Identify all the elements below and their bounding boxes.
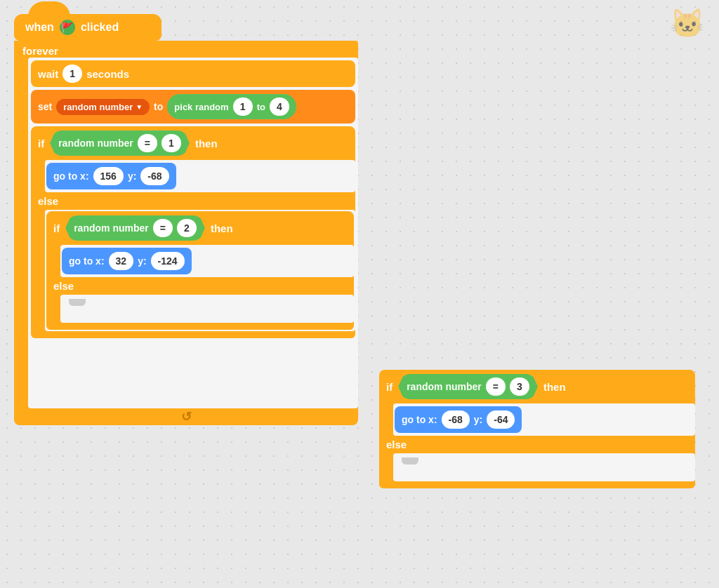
pick-random-label: pick random xyxy=(174,102,228,112)
wait-label: wait xyxy=(38,68,58,80)
if1-block: if random number = 1 then go to x: 156 y… xyxy=(31,126,355,338)
main-block-stack: when 🚩 clicked forever wait 1 seconds se… xyxy=(14,14,358,425)
if2-if-label: if xyxy=(53,222,60,234)
if2-else-body xyxy=(60,295,354,323)
if1-condition[interactable]: random number = 1 xyxy=(50,131,190,156)
if3-block: if random number = 3 then go to x: -68 y… xyxy=(379,370,695,488)
goto3-label: go to x: xyxy=(402,414,437,425)
if1-if-label: if xyxy=(38,138,44,149)
forever-label: forever xyxy=(22,45,58,57)
if3-if-label: if xyxy=(386,381,393,393)
if3-condition-var: random number xyxy=(407,381,482,392)
goto1-y-label: y: xyxy=(128,171,136,182)
goto1-y[interactable]: -68 xyxy=(140,167,169,185)
if3-condition-eq: = xyxy=(486,377,506,396)
wait-value[interactable]: 1 xyxy=(62,65,82,83)
when-label: when xyxy=(25,21,54,34)
pick-random-block[interactable]: pick random 1 to 4 xyxy=(167,94,296,119)
goto2-x[interactable]: 32 xyxy=(109,252,134,270)
if2-condition-var: random number xyxy=(74,222,149,234)
goto2-y[interactable]: -124 xyxy=(151,252,185,270)
goto3-block[interactable]: go to x: -68 y: -64 xyxy=(395,406,522,433)
if3-block-group: if random number = 3 then go to x: -68 y… xyxy=(379,370,695,488)
if1-condition-val[interactable]: 1 xyxy=(161,134,181,152)
else3-label: else xyxy=(379,436,695,453)
goto2-label: go to x: xyxy=(69,255,105,267)
if3-then-label: then xyxy=(543,381,566,393)
goto3-y[interactable]: -64 xyxy=(487,410,515,429)
refresh-icon: ↺ xyxy=(181,409,192,425)
if3-then-body: go to x: -68 y: -64 xyxy=(393,403,695,436)
if1-then-body: go to x: 156 y: -68 xyxy=(45,160,355,192)
if3-header: if random number = 3 then xyxy=(379,370,695,403)
goto2-block[interactable]: go to x: 32 y: -124 xyxy=(62,248,192,274)
if2-block: if random number = 2 then go to x: xyxy=(46,211,354,330)
else1-label: else xyxy=(31,192,355,210)
if2-condition-val[interactable]: 2 xyxy=(177,219,197,237)
if1-condition-var: random number xyxy=(58,138,133,149)
goto1-x[interactable]: 156 xyxy=(93,167,124,185)
if2-then-body: go to x: 32 y: -124 xyxy=(60,245,354,277)
if1-else-body: if random number = 2 then go to x: xyxy=(45,210,355,331)
if1-condition-eq: = xyxy=(138,134,157,152)
scratch-cat-icon: 🐱 xyxy=(670,7,705,40)
pick-random-from[interactable]: 1 xyxy=(233,98,253,116)
forever-body: wait 1 seconds set random number ▼ to pi… xyxy=(14,58,358,408)
goto1-label: go to x: xyxy=(53,171,89,182)
goto3-x[interactable]: -68 xyxy=(442,410,470,429)
pick-random-to[interactable]: 4 xyxy=(270,98,289,116)
forever-inner: wait 1 seconds set random number ▼ to pi… xyxy=(28,58,358,408)
hat-block[interactable]: when 🚩 clicked xyxy=(14,14,161,41)
if3-condition[interactable]: random number = 3 xyxy=(398,374,538,399)
goto3-y-label: y: xyxy=(474,414,482,425)
goto2-y-label: y: xyxy=(138,255,146,267)
if2-condition[interactable]: random number = 2 xyxy=(65,215,205,241)
if2-header: if random number = 2 then xyxy=(46,211,354,245)
variable-name: random number xyxy=(63,102,133,112)
variable-pill[interactable]: random number ▼ xyxy=(56,99,150,115)
forever-header: forever xyxy=(14,41,358,58)
green-flag-icon: 🚩 xyxy=(60,20,75,35)
set-block[interactable]: set random number ▼ to pick random 1 to … xyxy=(31,90,355,123)
if3-else-body xyxy=(393,453,695,481)
if1-header: if random number = 1 then xyxy=(31,126,355,160)
if2-then-label: then xyxy=(211,222,233,234)
if3-condition-val[interactable]: 3 xyxy=(510,377,529,396)
set-label: set xyxy=(38,101,52,112)
pick-random-to-label: to xyxy=(257,102,265,112)
seconds-label: seconds xyxy=(86,68,129,80)
dropdown-arrow[interactable]: ▼ xyxy=(136,103,143,111)
forever-bottom: ↺ xyxy=(14,408,358,425)
clicked-label: clicked xyxy=(81,21,119,34)
if2-condition-eq: = xyxy=(153,219,173,237)
else2-label: else xyxy=(46,277,354,295)
wait-block[interactable]: wait 1 seconds xyxy=(31,60,355,87)
if1-then-label: then xyxy=(195,138,218,149)
to-label: to xyxy=(154,101,163,112)
goto1-block[interactable]: go to x: 156 y: -68 xyxy=(46,163,176,189)
